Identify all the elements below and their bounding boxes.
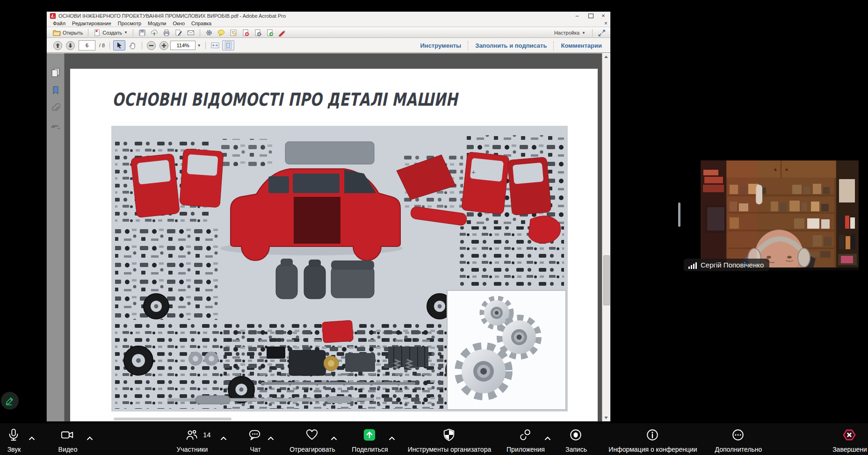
pdf-page[interactable]: ОСНОВНІ ВІДОМОСТІ ПРО ДЕТАЛІ МАШИН: [70, 69, 598, 421]
participants-count-badge: 14: [203, 431, 211, 439]
ellipsis-icon: [731, 428, 745, 442]
page-count-label: / 8: [99, 43, 105, 48]
comments-link[interactable]: Комментарии: [554, 42, 608, 49]
video-camera-icon: [60, 428, 74, 442]
toolbar-label-info: Информация о конференции: [608, 446, 697, 453]
signatures-icon[interactable]: [51, 122, 61, 130]
toolbar-label-end: Завершени: [832, 446, 867, 453]
menu-view[interactable]: Просмотр: [115, 21, 145, 26]
pdf-export-icon[interactable]: [266, 29, 274, 37]
toolbar-item-host[interactable]: [442, 428, 457, 443]
sign-icon[interactable]: [174, 29, 183, 37]
print-icon[interactable]: [162, 29, 171, 37]
menu-window[interactable]: Окно: [170, 21, 188, 26]
fit-page-button[interactable]: [222, 40, 234, 51]
restore-button[interactable]: [586, 12, 596, 19]
participant-video[interactable]: [701, 160, 859, 270]
email-icon[interactable]: [187, 29, 195, 37]
open-button[interactable]: Открыть: [51, 29, 85, 36]
toolbar-label-chat: Чат: [250, 446, 260, 453]
document-close-icon[interactable]: ×: [604, 20, 608, 27]
toolbar-label-apps: Приложения: [506, 446, 545, 453]
toolbar-item-chat[interactable]: [248, 428, 263, 443]
chevron-up-icon[interactable]: [220, 434, 227, 438]
vertical-scrollbar[interactable]: [602, 53, 610, 421]
panel-drag-handle[interactable]: [678, 202, 680, 227]
chevron-up-icon[interactable]: [389, 434, 395, 438]
info-icon: [645, 428, 659, 442]
chevron-up-icon[interactable]: [29, 434, 35, 438]
menu-file[interactable]: Файл: [50, 21, 69, 26]
menu-bar: ФайлРедактированиеПросмотрМодулиОкноСпра…: [47, 20, 610, 27]
participants-icon: [185, 428, 199, 442]
scrolling-mode-button[interactable]: [209, 40, 221, 51]
acrobat-logo-icon: [50, 13, 56, 19]
toolbar-item-info[interactable]: [645, 428, 660, 443]
toolbar-item-react[interactable]: [305, 428, 320, 443]
toolbar-label-host: Инструменты организатора: [408, 446, 491, 453]
apps-icon: [518, 428, 532, 442]
toolbar-label-audio: Звук: [7, 446, 21, 453]
close-button[interactable]: ×: [598, 12, 608, 19]
title-bar[interactable]: ОСНОВИ ІНЖЕНЕРНОГО ПРОЕКТУВАННЯ ПРОМИСЛО…: [47, 12, 610, 21]
fill-form-icon[interactable]: [229, 29, 238, 37]
page-number-input[interactable]: [79, 40, 95, 51]
zoom-out-button[interactable]: [146, 41, 156, 51]
meeting-toolbar: ЗвукВидеоУчастники14ЧатОтреагироватьПоде…: [0, 423, 868, 455]
toolbar-item-participants[interactable]: [185, 428, 200, 443]
chevron-up-icon[interactable]: [87, 434, 93, 438]
toolbar-item-video[interactable]: [60, 428, 75, 443]
slide-heading: ОСНОВНІ ВІДОМОСТІ ПРО ДЕТАЛІ МАШИН: [112, 89, 458, 110]
nav-right-links: ИнструментыЗаполнить и подписатьКоммента…: [413, 38, 608, 53]
scroll-up-icon[interactable]: [604, 56, 608, 58]
save-icon[interactable]: [138, 29, 146, 37]
fill-sign-link[interactable]: Заполнить и подписать: [469, 42, 553, 49]
previous-page-button[interactable]: [53, 41, 63, 51]
scroll-down-icon[interactable]: [604, 417, 608, 419]
comment-bubble-icon[interactable]: [217, 29, 225, 37]
zoom-in-button[interactable]: [159, 41, 169, 51]
stamp-icon[interactable]: [205, 29, 213, 37]
open-label: Открыть: [63, 30, 83, 36]
settings-label[interactable]: Настройка: [554, 30, 579, 36]
toolbar-item-more[interactable]: [731, 428, 746, 443]
share-screen-icon: [362, 428, 376, 442]
heart-icon: [305, 428, 319, 442]
zoom-level-field[interactable]: 114%: [170, 41, 195, 50]
toolbar-label-video: Видео: [58, 446, 78, 453]
record-icon: [569, 428, 583, 442]
create-button[interactable]: Создать ▼: [91, 29, 130, 37]
pdf-settings-icon[interactable]: [253, 29, 262, 37]
scrollbar-thumb[interactable]: [603, 255, 610, 305]
share-cloud-icon[interactable]: [150, 29, 159, 37]
toolbar-item-apps[interactable]: [518, 428, 533, 443]
chevron-up-icon[interactable]: [268, 434, 274, 438]
hand-tool-button[interactable]: [126, 40, 138, 51]
minimize-button[interactable]: –: [572, 12, 582, 19]
bookmarks-icon[interactable]: [51, 86, 60, 95]
menu-modules[interactable]: Модули: [145, 21, 169, 26]
shared-screen: ОСНОВИ ІНЖЕНЕРНОГО ПРОЕКТУВАННЯ ПРОМИСЛО…: [0, 0, 868, 455]
chevron-up-icon[interactable]: [331, 434, 337, 438]
toolbar-item-end[interactable]: [842, 428, 857, 443]
attachments-icon[interactable]: [51, 103, 60, 114]
annotate-button[interactable]: [1, 392, 19, 410]
page-thumbnails-icon[interactable]: [51, 67, 60, 77]
chevron-up-icon[interactable]: [544, 434, 551, 438]
select-tool-button[interactable]: [113, 40, 125, 51]
expand-arrows-icon[interactable]: [597, 29, 606, 37]
signal-bars-icon: [688, 261, 697, 269]
menu-edit[interactable]: Редактирование: [69, 21, 115, 26]
toolbar-item-record[interactable]: [569, 428, 584, 443]
menu-help[interactable]: Справка: [188, 21, 215, 26]
zoom-dropdown-icon[interactable]: ▼: [195, 41, 203, 50]
document-area: ОСНОВНІ ВІДОМОСТІ ПРО ДЕТАЛІ МАШИН: [47, 53, 610, 421]
toolbar-item-audio[interactable]: [7, 428, 22, 443]
highlighter-icon[interactable]: [278, 29, 286, 37]
window-title: ОСНОВИ ІНЖЕНЕРНОГО ПРОЕКТУВАННЯ ПРОМИСЛО…: [58, 13, 286, 19]
next-page-button[interactable]: [65, 41, 75, 51]
toolbar-item-share[interactable]: [362, 428, 377, 443]
horizontal-scrollbar-thumb[interactable]: [114, 418, 231, 420]
tools-link[interactable]: Инструменты: [413, 42, 468, 49]
pdf-delete-icon[interactable]: [241, 29, 250, 37]
